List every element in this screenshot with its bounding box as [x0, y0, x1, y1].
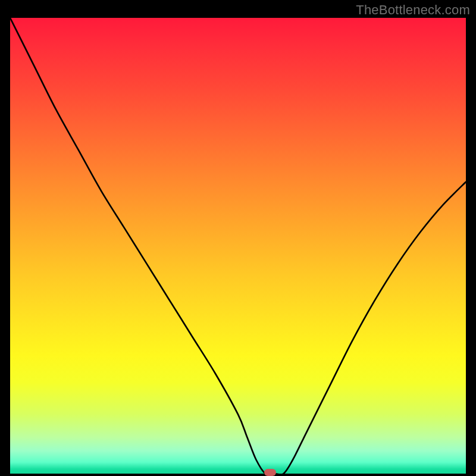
chart-curve — [10, 18, 466, 474]
optimum-marker — [264, 469, 276, 476]
chart-frame — [10, 18, 466, 474]
watermark-text: TheBottleneck.com — [356, 2, 470, 18]
bottleneck-curve-path — [10, 18, 466, 474]
